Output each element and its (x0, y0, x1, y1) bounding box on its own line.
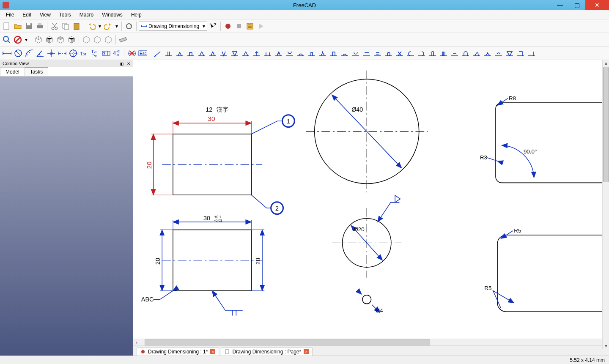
weld-symbol-6-icon[interactable] (218, 48, 228, 58)
weld-symbol-20-icon[interactable] (372, 48, 382, 58)
weld-symbol-5-icon[interactable] (207, 48, 217, 58)
view-bottom-icon[interactable] (92, 35, 102, 45)
menu-file[interactable]: File (2, 11, 18, 19)
menu-view[interactable]: View (36, 11, 55, 19)
drawing-canvas[interactable]: 12 漢字 30 20 1 2 (133, 60, 609, 339)
view-rear-icon[interactable] (81, 35, 91, 45)
macro-play-icon[interactable] (256, 21, 266, 31)
weld-symbol-2-icon[interactable] (174, 48, 184, 58)
draw-style-dropdown-icon[interactable]: ▾ (24, 35, 29, 45)
macro-stop-icon[interactable] (234, 21, 244, 31)
weld-symbol-13-icon[interactable] (295, 48, 305, 58)
combo-undock-icon[interactable]: ◧ (120, 62, 124, 66)
macro-list-icon[interactable] (245, 21, 255, 31)
maximize-button[interactable]: ▢ (568, 0, 585, 10)
copy-icon[interactable] (60, 21, 71, 31)
menu-tools[interactable]: Tools (55, 11, 75, 19)
cut-icon[interactable] (49, 21, 60, 31)
svg-rect-26 (102, 51, 110, 55)
weld-symbol-17-icon[interactable] (339, 48, 349, 58)
new-icon[interactable] (2, 21, 12, 31)
combo-body (0, 77, 133, 356)
weld-symbol-11-icon[interactable] (273, 48, 283, 58)
note-text-icon[interactable]: Txt (79, 48, 89, 58)
paste-icon[interactable] (71, 21, 82, 31)
dim-linear-icon[interactable] (2, 48, 12, 58)
weld-symbol-16-icon[interactable] (328, 48, 338, 58)
weld-symbol-22-icon[interactable] (394, 48, 404, 58)
dim-circle-center-icon[interactable] (68, 48, 78, 58)
weld-symbol-3-icon[interactable] (185, 48, 195, 58)
weld-symbol-23-icon[interactable] (405, 48, 415, 58)
dim-centerline-icon[interactable] (57, 48, 67, 58)
menu-help[interactable]: Help (127, 11, 146, 19)
undo-dropdown-icon[interactable]: ▾ (97, 21, 102, 31)
weld-symbol-34-icon[interactable] (526, 48, 536, 58)
add-tolerance-icon[interactable]: 4+2-0 (112, 48, 122, 58)
tolerance-icon[interactable] (101, 48, 111, 58)
escape-icon[interactable]: Esc (137, 48, 148, 58)
close-icon[interactable]: × (210, 349, 215, 354)
weld-symbol-21-icon[interactable] (383, 48, 393, 58)
weld-symbol-24-icon[interactable] (416, 48, 426, 58)
dim-radius-icon[interactable] (24, 48, 34, 58)
horizontal-scrollbar[interactable]: ‹ › (133, 339, 609, 345)
vertical-scrollbar[interactable]: ▴ ▾ (602, 60, 609, 349)
menu-edit[interactable]: Edit (18, 11, 36, 19)
view-top-icon[interactable] (55, 35, 66, 45)
weld-symbol-8-icon[interactable] (240, 48, 250, 58)
weld-symbol-25-icon[interactable] (427, 48, 437, 58)
dim-center-icon[interactable] (46, 48, 56, 58)
weld-symbol-9-icon[interactable] (251, 48, 261, 58)
workbench-selector[interactable]: Drawing Dimensioning (139, 22, 207, 31)
draw-style-icon[interactable] (13, 35, 23, 45)
weld-symbol-10-icon[interactable] (262, 48, 272, 58)
weld-symbol-29-icon[interactable] (471, 48, 481, 58)
weld-symbol-26-icon[interactable] (438, 48, 448, 58)
open-icon[interactable] (13, 21, 23, 31)
tab-model[interactable]: Model (0, 67, 25, 76)
close-icon[interactable]: × (304, 349, 309, 354)
doc-tab-2[interactable]: Drawing Dimensioning : Page* × (221, 348, 313, 356)
weld-symbol-7-icon[interactable] (229, 48, 239, 58)
save-icon[interactable] (24, 21, 34, 31)
menu-windows[interactable]: Windows (98, 11, 127, 19)
weld-symbol-27-icon[interactable] (449, 48, 459, 58)
redo-dropdown-icon[interactable]: ▾ (114, 21, 119, 31)
weld-arrow-icon[interactable] (152, 48, 162, 58)
weld-symbol-15-icon[interactable] (317, 48, 327, 58)
view-front-icon[interactable] (44, 35, 55, 45)
weld-symbol-32-icon[interactable] (504, 48, 514, 58)
dim-angle-icon[interactable] (35, 48, 45, 58)
weld-symbol-18-icon[interactable] (350, 48, 360, 58)
print-icon[interactable] (35, 21, 45, 31)
zoom-fit-icon[interactable] (2, 35, 12, 45)
weld-symbol-1-icon[interactable] (163, 48, 173, 58)
close-button[interactable]: ✕ (585, 0, 609, 10)
weld-symbol-31-icon[interactable] (493, 48, 503, 58)
measure-icon[interactable] (118, 35, 128, 45)
combo-close-icon[interactable]: ✕ (127, 61, 130, 66)
weld-symbol-14-icon[interactable] (306, 48, 316, 58)
view-iso-icon[interactable] (33, 35, 44, 45)
tab-tasks[interactable]: Tasks (25, 67, 49, 76)
weld-symbol-4-icon[interactable] (196, 48, 206, 58)
menu-macro[interactable]: Macro (75, 11, 98, 19)
undo-icon[interactable] (86, 21, 96, 31)
note-leader-icon[interactable]: Txt (90, 48, 100, 58)
doc-tab-1[interactable]: Drawing Dimensioning : 1* × (137, 348, 219, 356)
redo-icon[interactable] (103, 21, 113, 31)
dim-circle-icon[interactable] (13, 48, 23, 58)
minimize-button[interactable]: — (551, 0, 568, 10)
whatsthis-icon[interactable]: ? (208, 21, 218, 31)
weld-symbol-19-icon[interactable] (361, 48, 371, 58)
weld-symbol-33-icon[interactable] (515, 48, 525, 58)
view-right-icon[interactable] (66, 35, 77, 45)
refresh-icon[interactable] (124, 21, 134, 31)
view-left-icon[interactable] (103, 35, 113, 45)
weld-symbol-28-icon[interactable] (460, 48, 470, 58)
weld-symbol-30-icon[interactable] (482, 48, 492, 58)
delete-dim-icon[interactable] (126, 48, 137, 58)
weld-symbol-12-icon[interactable] (284, 48, 294, 58)
macro-record-icon[interactable] (223, 21, 233, 31)
